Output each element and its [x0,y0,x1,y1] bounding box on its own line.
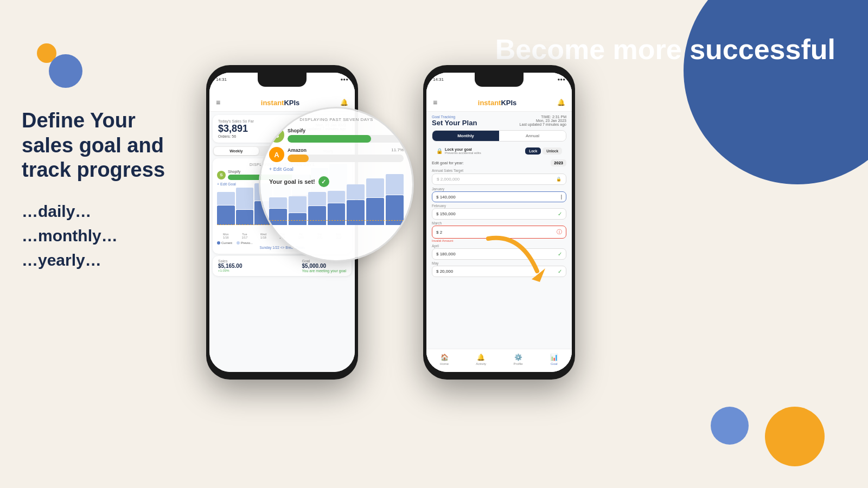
tab-weekly[interactable]: Weekly [214,147,259,155]
bell-icon-2[interactable]: 🔔 [557,99,565,106]
legend-label-current: Current [221,241,232,245]
phone-2-time: 14:31 [433,77,444,82]
time-label-2: TIME: 2:31 PM [520,115,566,119]
january-input[interactable]: $ 140,000 | [432,191,566,202]
legend-prev: Previo... [237,241,253,245]
daily-text: …daily… [22,199,174,223]
april-value: $ 180,000 [436,252,456,256]
time-info-2: TIME: 2:31 PM Mon, 23 Jan 2023 Last upda… [520,115,566,126]
bar-cur-tue [236,210,254,225]
profile-icon: ⚙️ [514,354,522,361]
deco-blue-circle-bottom [711,407,749,445]
lock-button[interactable]: Lock [525,147,541,155]
lock-text-sub: Prevents accidental edits [445,151,481,155]
lock-text-main: Lock your goal [445,147,481,151]
february-value: $ 150,000 [436,211,456,216]
year-select[interactable]: 2023 [551,159,566,166]
lock-row: 🔒 Lock your goal Prevents accidental edi… [432,145,566,157]
lock-icon: 🔒 [436,148,443,154]
march-error-icon: ⓘ [557,228,562,236]
lock-field-icon: 🔒 [556,177,561,182]
deco-blue-circle-top [49,54,82,88]
legend-dot-current [217,241,220,245]
stat-sales-change: +1.03% [218,269,242,272]
stat-goal-status: You are meeting your goal [302,269,346,273]
hamburger-icon-2[interactable]: ≡ [433,98,437,107]
year-label: Edit goal for year: [432,160,464,165]
bar-col-mon [217,192,235,225]
nav-home[interactable]: 🏠 Home [440,354,449,365]
sales-label: Today's Sales So Far [218,119,254,123]
bar-prev-mon [217,192,235,205]
lock-buttons: Lock Unlock [525,147,562,155]
x-label-tue: Tue1/17 [236,233,254,239]
stat-goal: Goal $5,000.00 You are meeting your goal [302,259,346,273]
mag-shopify-row: S Shopify 68.3% [269,127,404,143]
stat-sales-value: $5,165.00 [218,263,242,269]
app-logo-1: instantKPIs [261,99,300,107]
tab-annual-goal[interactable]: Annual [499,131,566,141]
nav-profile[interactable]: ⚙️ Profile [514,354,523,365]
logo-instant-2: instant [478,99,501,107]
mag-amazon-pct: 11.7% [391,147,404,153]
phone-2-app: 14:31 ●●● ≡ instantKPIs 🔔 Goal Tracking [426,73,572,372]
left-text-block: Define Your sales goal and track progres… [22,108,174,272]
shopify-icon: S [217,171,226,179]
mag-edit-goal[interactable]: + Edit Goal [269,166,404,172]
legend-label-prev: Previo... [241,241,253,245]
phone-1-header: ≡ instantKPIs 🔔 [209,83,355,112]
phone-1-notch [258,73,307,87]
app-logo-2: instantKPIs [478,99,517,107]
bg-circle-top-right [684,0,868,184]
x-label-mon: Mon1/16 [217,233,235,239]
mag-amazon-bar-wrap: Amazon 11.7% [288,147,404,162]
mag-amazon-progress [288,155,404,162]
date-label-2: Mon, 23 Jan 2023 [520,119,566,123]
deco-orange-circle-bottom [765,407,825,466]
mag-shopify-bar-wrap: Shopify 68.3% [288,128,404,143]
annual-target-placeholder: $ 2,000,000 [437,177,459,182]
mag-edit-goal-label: + Edit Goal [269,166,293,172]
hamburger-icon[interactable]: ≡ [216,98,220,107]
activity-icon: 🔔 [477,354,485,361]
tab-monthly-goal[interactable]: Monthly [432,131,499,141]
goal-set-check-icon: ✓ [318,176,329,187]
x-label-wed: Wed1/18 [254,233,272,239]
may-check-icon: ✓ [558,268,562,274]
annual-target-label: Annual Sales Target [432,169,566,172]
phone-2-header: ≡ instantKPIs 🔔 [426,83,572,112]
sales-amount: $3,891 [218,123,254,134]
mag-goal-set-text: Your goal is set! [269,178,315,185]
bell-icon-1[interactable]: 🔔 [340,99,348,106]
annual-target-input[interactable]: $ 2,000,000 🔒 [432,174,566,185]
main-heading: Define Your sales goal and track progres… [22,108,174,183]
month-january: January $ 140,000 | [432,187,566,202]
mag-shopify-progress [288,135,404,143]
january-cursor: | [561,194,562,200]
may-value: $ 20,000 [436,269,453,274]
bar-prev-tue [236,188,254,209]
monthly-text: …monthly… [22,223,174,248]
mag-amazon-fill [288,155,309,162]
february-input[interactable]: $ 150,000 ✓ [432,208,566,220]
sub-text: …daily… …monthly… …yearly… [22,199,174,272]
bar-col-tue [236,188,254,225]
unlock-button[interactable]: Unlock [542,147,562,155]
shopify-name: Shopify [228,170,240,174]
update-label-2: Last updated 7 minutes ago [520,123,566,126]
lock-info: 🔒 Lock your goal Prevents accidental edi… [436,147,481,155]
year-row: Edit goal for year: 2023 [432,159,566,166]
nav-home-label: Home [440,362,449,365]
nav-activity[interactable]: 🔔 Activity [476,354,486,365]
magnifier-overlay: DISPLAYING PAST SEVEN DAYS S Shopify 68.… [260,108,412,260]
nav-profile-label: Profile [514,362,523,365]
phone-2-screen: 14:31 ●●● ≡ instantKPIs 🔔 Goal Tracking [426,73,572,372]
mag-shopify-pct: 68.3% [391,128,404,133]
mag-shopify-fill [288,135,371,143]
mag-amazon-icon: A [269,147,284,162]
mag-amazon-row: A Amazon 11.7% [269,147,404,162]
goal-title: Set Your Plan [432,119,477,127]
goal-tracking-label: Goal Tracking [432,115,477,119]
nav-goal[interactable]: 📊 Goal [550,354,558,365]
february-check-icon: ✓ [558,211,562,217]
